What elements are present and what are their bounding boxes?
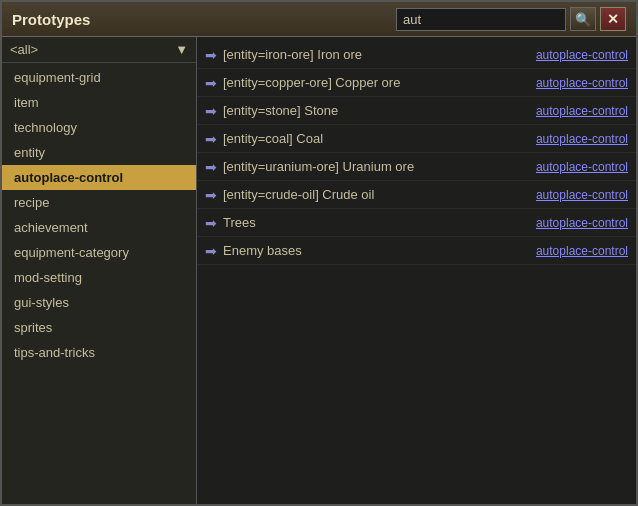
- chevron-down-icon: ▼: [175, 42, 188, 57]
- arrow-icon: ➡: [205, 103, 217, 119]
- result-link[interactable]: autoplace-control: [536, 160, 628, 174]
- search-icon: 🔍: [575, 12, 591, 27]
- arrow-icon: ➡: [205, 243, 217, 259]
- result-link[interactable]: autoplace-control: [536, 244, 628, 258]
- window-title: Prototypes: [12, 11, 90, 28]
- content-area: <all> ▼ equipment-grid item technology e…: [2, 37, 636, 504]
- prototypes-window: Prototypes 🔍 ✕ <all> ▼ equipment-grid: [0, 0, 638, 506]
- results-panel: ➡[entity=iron-ore] Iron oreautoplace-con…: [197, 37, 636, 504]
- result-name: [entity=iron-ore] Iron ore: [223, 47, 528, 62]
- arrow-icon: ➡: [205, 131, 217, 147]
- result-link[interactable]: autoplace-control: [536, 188, 628, 202]
- arrow-icon: ➡: [205, 187, 217, 203]
- sidebar-item-recipe[interactable]: recipe: [2, 190, 196, 215]
- table-row: ➡[entity=crude-oil] Crude oilautoplace-c…: [197, 181, 636, 209]
- sidebar-item-technology[interactable]: technology: [2, 115, 196, 140]
- result-link[interactable]: autoplace-control: [536, 76, 628, 90]
- sidebar-item-tips-and-tricks[interactable]: tips-and-tricks: [2, 340, 196, 365]
- result-name: [entity=stone] Stone: [223, 103, 528, 118]
- result-name: [entity=crude-oil] Crude oil: [223, 187, 528, 202]
- sidebar-item-achievement[interactable]: achievement: [2, 215, 196, 240]
- result-name: [entity=uranium-ore] Uranium ore: [223, 159, 528, 174]
- arrow-icon: ➡: [205, 47, 217, 63]
- search-input[interactable]: [396, 8, 566, 31]
- search-button[interactable]: 🔍: [570, 7, 596, 31]
- title-controls: 🔍 ✕: [396, 7, 626, 31]
- filter-label: <all>: [10, 42, 38, 57]
- arrow-icon: ➡: [205, 215, 217, 231]
- sidebar-item-entity[interactable]: entity: [2, 140, 196, 165]
- table-row: ➡[entity=iron-ore] Iron oreautoplace-con…: [197, 41, 636, 69]
- filter-dropdown[interactable]: <all> ▼: [2, 37, 196, 63]
- result-name: Trees: [223, 215, 528, 230]
- result-name: [entity=coal] Coal: [223, 131, 528, 146]
- result-name: [entity=copper-ore] Copper ore: [223, 75, 528, 90]
- sidebar-item-mod-setting[interactable]: mod-setting: [2, 265, 196, 290]
- arrow-icon: ➡: [205, 159, 217, 175]
- result-link[interactable]: autoplace-control: [536, 104, 628, 118]
- result-name: Enemy bases: [223, 243, 528, 258]
- title-bar: Prototypes 🔍 ✕: [2, 2, 636, 37]
- close-icon: ✕: [607, 11, 619, 27]
- sidebar-item-gui-styles[interactable]: gui-styles: [2, 290, 196, 315]
- close-button[interactable]: ✕: [600, 7, 626, 31]
- table-row: ➡[entity=stone] Stoneautoplace-control: [197, 97, 636, 125]
- table-row: ➡Treesautoplace-control: [197, 209, 636, 237]
- table-row: ➡[entity=coal] Coalautoplace-control: [197, 125, 636, 153]
- result-link[interactable]: autoplace-control: [536, 48, 628, 62]
- table-row: ➡[entity=uranium-ore] Uranium oreautopla…: [197, 153, 636, 181]
- sidebar-item-equipment-category[interactable]: equipment-category: [2, 240, 196, 265]
- sidebar-item-item[interactable]: item: [2, 90, 196, 115]
- table-row: ➡[entity=copper-ore] Copper oreautoplace…: [197, 69, 636, 97]
- result-link[interactable]: autoplace-control: [536, 132, 628, 146]
- sidebar-item-sprites[interactable]: sprites: [2, 315, 196, 340]
- arrow-icon: ➡: [205, 75, 217, 91]
- table-row: ➡Enemy basesautoplace-control: [197, 237, 636, 265]
- sidebar: <all> ▼ equipment-grid item technology e…: [2, 37, 197, 504]
- sidebar-item-autoplace-control[interactable]: autoplace-control: [2, 165, 196, 190]
- result-link[interactable]: autoplace-control: [536, 216, 628, 230]
- sidebar-item-equipment-grid[interactable]: equipment-grid: [2, 65, 196, 90]
